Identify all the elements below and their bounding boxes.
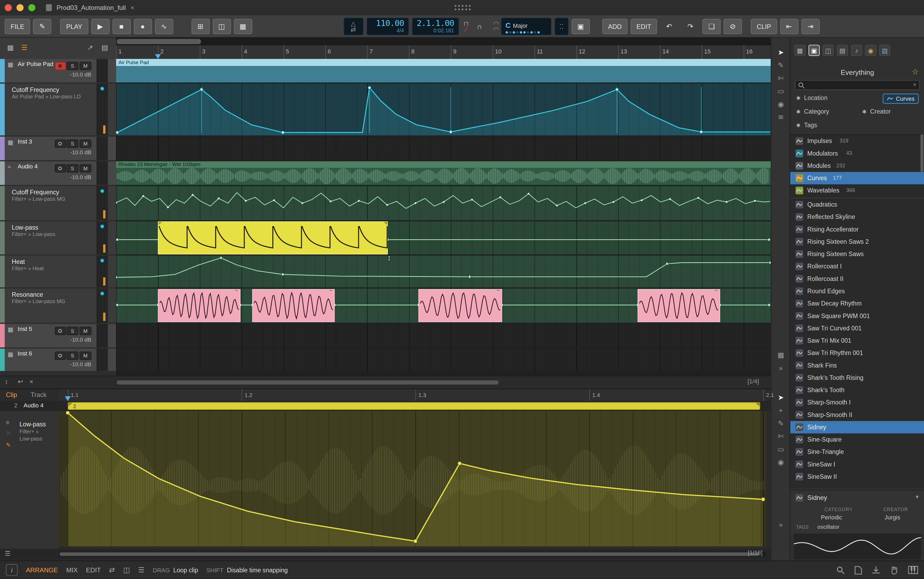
browser-multisamples-icon[interactable]: ▤: [837, 45, 848, 56]
info-icon[interactable]: i: [6, 564, 18, 576]
search-input[interactable]: [807, 81, 910, 91]
solo-button[interactable]: S: [67, 164, 79, 173]
clip-lowpass-curves[interactable]: [158, 221, 387, 254]
undo-icon[interactable]: ↶: [660, 18, 678, 34]
preset-row-rollercoast-ii[interactable]: Rollercoast II: [790, 273, 924, 285]
project-file-icon[interactable]: [855, 566, 862, 574]
preset-row-sharp-smooth-i[interactable]: Sharp-Smooth I: [790, 396, 924, 409]
volume-value[interactable]: -10.0 dB: [35, 174, 91, 180]
automation-param-name[interactable]: Heat: [12, 258, 25, 265]
fold-lanes-icon[interactable]: ↩: [18, 378, 23, 386]
editor-clip-loop-bar[interactable]: 2: [68, 402, 760, 410]
ruler-bar-7[interactable]: 7: [367, 46, 410, 59]
follow-playhead-button[interactable]: ▣: [571, 18, 589, 34]
ruler-bar-12[interactable]: 12: [576, 46, 620, 59]
track-list-icon[interactable]: ☰: [21, 44, 28, 52]
track-height-icon[interactable]: ▤: [102, 44, 108, 52]
zoom-search-icon[interactable]: [836, 566, 845, 574]
editor-knife-tool-icon[interactable]: ✄: [771, 432, 790, 440]
browser-people-icon[interactable]: ◉: [865, 45, 876, 56]
preset-row-rollercoast-i[interactable]: Rollercoast I: [790, 260, 924, 273]
deactivate-icon[interactable]: ⊘: [724, 18, 742, 34]
fill-right-icon[interactable]: ⇥: [801, 18, 819, 34]
preset-row-saw-tri-rhythm-001[interactable]: Saw Tri Rhythm 001: [790, 347, 924, 359]
lane-9[interactable]: [116, 348, 771, 371]
close-project-icon[interactable]: ×: [131, 4, 134, 11]
mute-button[interactable]: M: [79, 139, 91, 148]
ruler-bar-3[interactable]: 3: [200, 46, 243, 59]
mute-button[interactable]: M: [79, 62, 91, 70]
ruler-bar-6[interactable]: 6: [325, 46, 369, 59]
lane-6[interactable]: [116, 255, 771, 287]
export-icon[interactable]: [871, 566, 880, 574]
preset-row-rising-accellerator[interactable]: Rising Accellerator: [790, 223, 924, 236]
mix-mode-button[interactable]: MIX: [66, 566, 78, 573]
record-arm-button[interactable]: [55, 62, 66, 70]
volume-value[interactable]: -10.0 dB: [35, 336, 91, 343]
lane-8[interactable]: [116, 324, 771, 347]
expand-tracks-icon[interactable]: ↗: [87, 44, 93, 52]
filter-tags[interactable]: ✱Tags: [796, 121, 817, 128]
audition-tool-icon[interactable]: ◉: [771, 100, 790, 108]
automation-param-name[interactable]: Cutoff Frequency: [12, 86, 59, 93]
arranger-zoom-scrollbar[interactable]: [116, 38, 771, 46]
eraser-tool-icon[interactable]: ▭: [771, 87, 790, 95]
duplicate-icon[interactable]: ❏: [702, 18, 720, 34]
fade-in-handle[interactable]: [69, 403, 72, 406]
automation-lane-header-heat[interactable]: HeatFilter+ » Heat: [0, 255, 116, 287]
mixer-meter-icon[interactable]: ☰: [138, 566, 144, 574]
position-time[interactable]: 0:02.181: [416, 28, 454, 34]
redo-icon[interactable]: ↷: [681, 18, 699, 34]
ruler-bar-1[interactable]: 1: [116, 46, 160, 59]
automation-active-dot[interactable]: [100, 291, 104, 295]
key-scale-panel[interactable]: CMajor: [501, 17, 551, 35]
lane-3[interactable]: Rhodes 23 Morningair - Wet 102bpm: [116, 162, 771, 185]
clip-air-pulse-pad[interactable]: Air Pulse Pad: [116, 59, 771, 82]
solo-button[interactable]: S: [67, 327, 79, 335]
split-panel-layout-button[interactable]: ◫: [212, 18, 231, 34]
fit-vertical-icon[interactable]: ↕: [5, 378, 8, 385]
clip-launcher-button[interactable]: CLIP: [751, 18, 777, 34]
punch-in-out-icons[interactable]: ⊓∕: [464, 20, 469, 32]
piano-keys-icon[interactable]: [908, 566, 918, 574]
editor-pen-tool-icon[interactable]: ✎: [771, 419, 790, 427]
stop-button[interactable]: ■: [112, 18, 131, 34]
grid-settings-icon[interactable]: ▦: [771, 351, 790, 359]
tempo-panel[interactable]: 110.00 4/4: [366, 17, 409, 35]
preset-row-round-edges[interactable]: Round Edges: [790, 285, 924, 297]
fade-in-handle[interactable]: [159, 222, 162, 225]
content-type-impulses[interactable]: Impulses319: [790, 135, 924, 147]
ruler-bar-16[interactable]: 16: [744, 46, 771, 59]
solo-button[interactable]: S: [67, 139, 79, 148]
automation-active-dot[interactable]: [100, 87, 104, 91]
metronome-panel[interactable]: △ ⇄: [343, 17, 363, 35]
editor-param-name[interactable]: Low-pass: [20, 420, 46, 427]
editor-eraser-tool-icon[interactable]: ▭: [771, 445, 790, 453]
record-button[interactable]: ●: [133, 18, 152, 34]
ruler-bar-10[interactable]: 10: [493, 46, 537, 59]
editor-ruler-1.4[interactable]: 1.4: [589, 389, 600, 401]
file-menu-button[interactable]: FILE: [5, 18, 30, 34]
editor-playhead-marker[interactable]: [65, 396, 71, 401]
hand-tool-icon[interactable]: [890, 566, 899, 574]
legato-icons[interactable]: ◠◠: [493, 20, 499, 32]
preset-row-rising-sixteen-saws-2[interactable]: Rising Sixteen Saws 2: [790, 236, 924, 248]
editor-ruler-1.3[interactable]: 1.3: [415, 389, 426, 401]
clip-resonance-3[interactable]: ~: [637, 289, 720, 322]
solo-button[interactable]: S: [67, 352, 79, 360]
level-meter-icon[interactable]: ≡: [6, 419, 9, 425]
automation-lane-header-resonance[interactable]: ResonanceFilter+ » Low-pass MG: [0, 288, 116, 323]
time-signature[interactable]: 4/4: [371, 28, 404, 34]
record-arm-button[interactable]: [55, 327, 66, 335]
ruler-bar-14[interactable]: 14: [660, 46, 704, 59]
editor-ruler-2.1[interactable]: 2.1: [763, 389, 774, 401]
browser-devices-icon[interactable]: ▦: [794, 45, 806, 56]
content-type-modules[interactable]: Modules232: [790, 160, 924, 172]
loop-toggle-icon[interactable]: ∩: [470, 18, 489, 34]
scrollbar-thumb[interactable]: [117, 39, 201, 44]
favorite-star-icon[interactable]: ☆: [912, 67, 919, 76]
editor-ruler-1.2[interactable]: 1.2: [241, 389, 252, 401]
ruler-bar-11[interactable]: 11: [535, 46, 578, 59]
browser-scrollbar-thumb[interactable]: [921, 134, 924, 172]
preset-row-reflected-skyline[interactable]: Reflected Skyline: [790, 211, 924, 223]
